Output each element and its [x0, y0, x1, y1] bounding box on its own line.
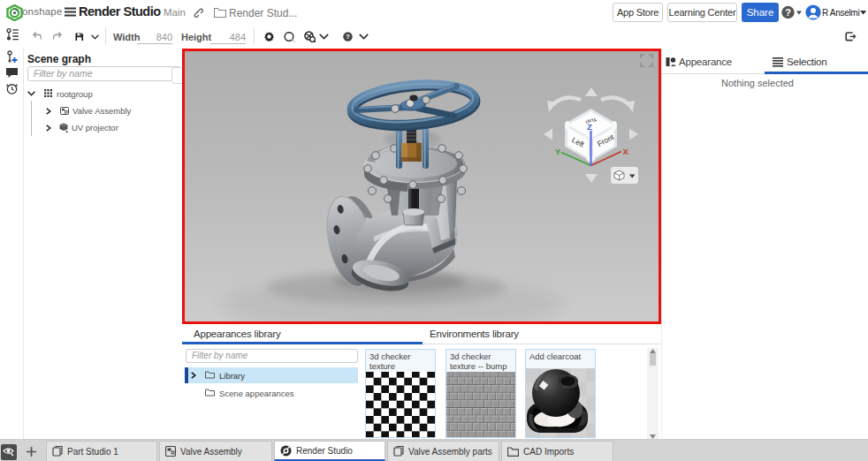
svg-text:Y: Y	[555, 147, 561, 156]
svg-text:X: X	[623, 147, 629, 156]
svg-text:?: ?	[346, 33, 350, 41]
svg-text:Z: Z	[587, 122, 592, 132]
svg-text:?: ?	[785, 7, 791, 18]
